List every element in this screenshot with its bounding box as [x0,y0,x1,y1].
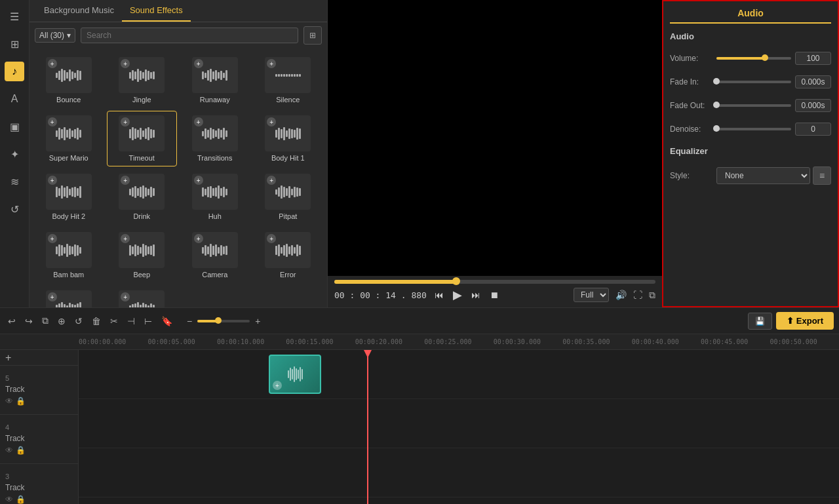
fade-out-slider[interactable] [716,104,791,107]
sidebar-icon-audio[interactable]: ♪ [5,62,24,81]
tab-background-music[interactable]: Background Music [36,0,122,22]
volume-slider[interactable] [716,57,791,60]
skip-forward-button[interactable]: ⏭ [470,288,482,301]
ruler-mark: 00:00:25.000 [424,338,493,345]
sound-item[interactable]: +Bounce [33,52,104,108]
sound-item[interactable]: +Jingle [107,52,178,108]
sound-icon: + [192,174,238,210]
sound-waveform [56,300,81,308]
zoom-in-button[interactable]: + [252,313,263,329]
tab-sound-effects[interactable]: Sound Effects [122,0,191,22]
skip-back-button[interactable]: ⏮ [433,288,445,301]
eq-style-select[interactable]: None [716,167,810,184]
track-3-visibility-icon[interactable]: 👁 [5,495,13,504]
track-4-lock-icon[interactable]: 🔒 [16,446,26,455]
add-clip-button[interactable]: + [273,381,282,390]
sidebar-icon-undo[interactable]: ↺ [5,199,24,219]
delete-button[interactable]: 🗑 [89,313,104,329]
add-button[interactable]: ⊕ [55,313,68,329]
copy-button[interactable]: ⧉ [39,313,51,329]
quality-select[interactable]: Full 1/2 1/4 [574,288,609,302]
track-5-visibility-icon[interactable]: 👁 [5,397,13,406]
sound-label: Drink [133,212,150,220]
sound-item[interactable]: +Beep [107,227,178,283]
grid-toggle-button[interactable]: ⊞ [303,26,322,45]
sound-waveform [202,241,227,260]
fade-out-value: 0.000s [795,99,831,112]
volume-value: 100 [795,52,831,65]
sound-item[interactable]: +Keyboard [33,286,104,307]
stop-button[interactable]: ⏹ [488,288,500,301]
sidebar-icon-effects[interactable]: ✦ [5,144,24,164]
sound-item[interactable]: +Pitpat [253,169,324,225]
fade-out-label: Fade Out: [670,101,712,110]
sound-add-button[interactable]: + [48,59,57,68]
sidebar-icon-shapes[interactable]: ▣ [5,117,24,136]
sound-label: Pitpat [279,212,297,220]
denoise-slider[interactable] [716,128,791,130]
sound-add-button[interactable]: + [48,234,57,243]
redo-button[interactable]: ↪ [22,313,35,329]
fade-in-slider[interactable] [716,81,791,83]
denoise-label: Denoise: [670,125,712,134]
split-right-button[interactable]: ⊢ [142,313,155,329]
sound-item[interactable]: +Timeout [107,111,178,166]
sound-item[interactable]: +Body Hit 2 [33,169,104,225]
export-button[interactable]: ⬆ Export [776,312,834,330]
bookmark-button[interactable]: 🔖 [159,313,175,329]
undo-button[interactable]: ↩ [5,313,18,329]
play-button[interactable]: ▶ [452,286,463,303]
sound-label: Body Hit 1 [271,154,305,162]
sidebar-icon-transitions[interactable]: ≋ [5,172,24,191]
track-3-lock-icon[interactable]: 🔒 [16,495,26,504]
sound-label: Jingle [132,96,151,104]
split-left-button[interactable]: ⊣ [125,313,138,329]
sound-add-button[interactable]: + [48,292,57,301]
zoom-bar[interactable] [197,320,250,322]
sidebar-icon-text[interactable]: A [5,89,24,109]
sound-add-button[interactable]: + [194,176,203,185]
restore-button[interactable]: ↺ [72,313,85,329]
sound-waveform [202,183,227,201]
sound-add-button[interactable]: + [194,234,203,243]
track-5-lock-icon[interactable]: 🔒 [16,397,26,406]
pip-button[interactable]: ⧉ [649,290,655,301]
cut-button[interactable]: ✂ [107,313,121,329]
sound-item[interactable]: +Huh [180,169,250,225]
sound-icon: + [46,232,92,268]
sidebar-icon-layers[interactable]: ⊞ [5,34,24,54]
sound-item[interactable]: +Drink [107,169,178,225]
sound-add-button[interactable]: + [194,59,203,68]
add-track-btn[interactable]: + [0,350,78,366]
sound-waveform [202,66,227,85]
sound-item[interactable]: +Camera [180,227,250,283]
sound-item[interactable]: +Runaway [180,52,250,108]
sound-item[interactable]: +Super Mario [33,111,104,166]
volume-button[interactable]: 🔊 [615,290,627,300]
sound-item[interactable]: +Bam bam [33,227,104,283]
fullscreen-button[interactable]: ⛶ [633,290,642,300]
audio-clip[interactable]: + [269,355,321,394]
sound-item[interactable]: +Silence [253,52,324,108]
sound-item[interactable]: +Mouse [107,286,178,307]
sound-add-button[interactable]: + [194,117,203,126]
sidebar-icon-menu[interactable]: ☰ [5,7,24,26]
sound-item[interactable]: +Error [253,227,324,283]
sound-icon: + [265,57,311,93]
sound-add-button[interactable]: + [48,176,57,185]
sound-grid: +Bounce+Jingle+Runaway+Silence+Super Mar… [29,48,327,307]
ruler-mark: 00:00:45.000 [701,338,770,345]
sound-add-button[interactable]: + [48,117,57,126]
ruler-mark: 00:00:05.000 [147,338,216,345]
eq-icon-button[interactable]: ≡ [813,166,831,185]
sound-item[interactable]: +Transitions [180,111,250,166]
track-4-visibility-icon[interactable]: 👁 [5,446,13,455]
zoom-out-button[interactable]: − [184,313,195,329]
category-dropdown[interactable]: All (30) ▾ [35,28,75,43]
progress-bar[interactable] [334,280,655,284]
search-input[interactable] [81,28,298,43]
sound-item[interactable]: +Body Hit 1 [253,111,324,166]
eq-style-wrap: None ≡ [716,166,831,185]
sound-waveform [275,125,301,143]
save-button[interactable]: 💾 [748,313,772,330]
